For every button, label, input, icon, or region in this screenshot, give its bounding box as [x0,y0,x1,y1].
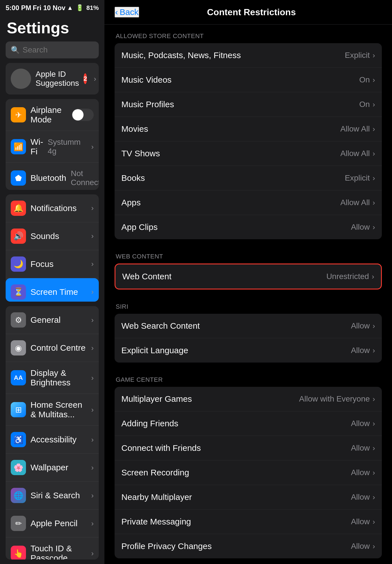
books-label: Books [121,173,345,183]
wallpaper-label: Wallpaper [30,463,87,472]
wallpaper-row[interactable]: 🌸 Wallpaper › [6,454,99,482]
multiplayer-games-label: Multiplayer Games [121,394,299,404]
status-bar: 5:00 PM Fri 10 Nov ▲ 🔋 81% [0,0,104,14]
multiplayer-games-value: Allow with Everyone [299,394,370,403]
web-content-item-row[interactable]: Web Content Unrestricted › [115,264,381,289]
general-icon: ⚙ [11,312,26,328]
status-icons: ▲ 🔋 81% [67,4,99,12]
back-chevron-icon: ‹ [115,7,118,17]
private-messaging-row[interactable]: Private Messaging Allow › [115,510,382,534]
tv-shows-row[interactable]: TV Shows Allow All › [115,141,382,166]
bluetooth-label: Bluetooth [30,173,66,183]
adding-friends-value: Allow [351,419,370,428]
home-screen-label: Home Screen & Multitas... [30,400,87,419]
home-screen-row[interactable]: ⊞ Home Screen & Multitas... › [6,394,99,426]
apps-row[interactable]: Apps Allow All › [115,190,382,215]
display-brightness-chevron: › [91,374,94,382]
status-date: Fri 10 Nov [33,4,65,12]
profile-privacy-row[interactable]: Profile Privacy Changes Allow › [115,534,382,558]
accessibility-row[interactable]: ♿ Accessibility › [6,426,99,454]
bluetooth-icon: ⬟ [11,170,26,186]
web-content-group: Web Content Unrestricted › [115,264,382,289]
apple-pencil-icon: ✏ [11,516,26,531]
display-brightness-icon: AA [11,370,26,385]
adding-friends-row[interactable]: Adding Friends Allow › [115,411,382,436]
chevron-right-icon: › [94,74,96,83]
web-search-value: Allow [351,321,370,330]
airplane-icon: ✈ [11,107,26,122]
books-row[interactable]: Books Explicit › [115,166,382,190]
movies-label: Movies [121,124,340,134]
web-search-chevron: › [373,322,375,330]
airplane-toggle[interactable] [72,109,94,121]
control-centre-chevron: › [91,344,94,352]
tv-shows-value: Allow All [340,149,370,158]
battery-percent: 81% [86,4,99,12]
music-profiles-value: On [359,100,370,109]
notifications-group: 🔔 Notifications › 🔊 Sounds › 🌙 Focus › ⏳… [6,194,99,302]
private-messaging-chevron: › [373,517,375,526]
music-chevron: › [373,51,375,60]
connect-friends-row[interactable]: Connect with Friends Allow › [115,436,382,460]
tv-shows-label: TV Shows [121,149,340,158]
web-content-label: Web Content [122,272,326,281]
notifications-chevron: › [91,204,94,212]
apple-id-card[interactable]: Apple ID Suggestions 2 › [6,63,99,95]
game-center-group: Multiplayer Games Allow with Everyone › … [115,387,382,558]
movies-value: Allow All [340,124,370,133]
right-header: ‹ Back Content Restrictions [104,0,392,25]
siri-section-header: SIRI [115,295,382,314]
nearby-multiplayer-value: Allow [351,493,370,502]
bluetooth-row[interactable]: ⬟ Bluetooth Not Connected › [6,163,99,190]
apple-id-label: Apple ID Suggestions [36,70,79,88]
web-search-label: Web Search Content [121,321,351,331]
music-videos-value: On [359,75,370,84]
apps-label: Apps [121,198,340,207]
screen-recording-chevron: › [373,468,375,477]
siri-search-row[interactable]: 🌐 Siri & Search › [6,482,99,510]
allowed-store-content-header: ALLOWED STORE CONTENT [115,25,382,43]
wifi-icon: ▲ [67,4,73,12]
connect-friends-value: Allow [351,444,370,453]
apple-id-badge: 2 [84,73,87,84]
private-messaging-value: Allow [351,517,370,526]
screen-time-icon: ⏳ [11,284,26,300]
connect-friends-label: Connect with Friends [121,443,351,453]
web-content-chevron: › [372,272,374,281]
music-row[interactable]: Music, Podcasts, News, Fitness Explicit … [115,43,382,68]
display-brightness-row[interactable]: AA Display & Brightness › [6,362,99,394]
home-screen-icon: ⊞ [11,402,26,417]
general-row[interactable]: ⚙ General › [6,306,99,334]
web-search-content-row[interactable]: Web Search Content Allow › [115,314,382,338]
private-messaging-label: Private Messaging [121,517,351,526]
movies-row[interactable]: Movies Allow All › [115,117,382,141]
search-bar[interactable]: 🔍 [6,41,99,58]
screen-time-row[interactable]: ⏳ Screen Time › [6,278,99,302]
nearby-multiplayer-row[interactable]: Nearby Multiplayer Allow › [115,485,382,510]
music-profiles-row[interactable]: Music Profiles On › [115,92,382,117]
wifi-row[interactable]: 📶 Wi-Fi Systumm 4g › [6,131,99,163]
music-videos-row[interactable]: Music Videos On › [115,68,382,92]
airplane-mode-row[interactable]: ✈ Airplane Mode [6,99,99,131]
back-button[interactable]: ‹ Back [115,7,139,17]
nearby-multiplayer-chevron: › [373,493,375,502]
home-screen-chevron: › [91,405,94,414]
apple-pencil-row[interactable]: ✏ Apple Pencil › [6,510,99,537]
app-clips-row[interactable]: App Clips Allow › [115,215,382,239]
app-clips-label: App Clips [121,222,351,232]
back-label: Back [120,7,139,17]
screen-recording-row[interactable]: Screen Recording Allow › [115,460,382,485]
control-centre-row[interactable]: ◉ Control Centre › [6,334,99,362]
touch-id-row[interactable]: 👆 Touch ID & Passcode › [6,537,99,559]
page-title: Content Restrictions [144,7,359,17]
general-chevron: › [91,316,94,324]
explicit-language-row[interactable]: Explicit Language Allow › [115,338,382,363]
notifications-row[interactable]: 🔔 Notifications › [6,194,99,222]
wifi-chevron: › [91,142,94,151]
focus-row[interactable]: 🌙 Focus › [6,250,99,278]
touch-id-label: Touch ID & Passcode [30,544,87,559]
screen-time-chevron: › [91,288,94,296]
multiplayer-games-row[interactable]: Multiplayer Games Allow with Everyone › [115,387,382,411]
search-input[interactable] [23,45,94,54]
sounds-row[interactable]: 🔊 Sounds › [6,222,99,250]
